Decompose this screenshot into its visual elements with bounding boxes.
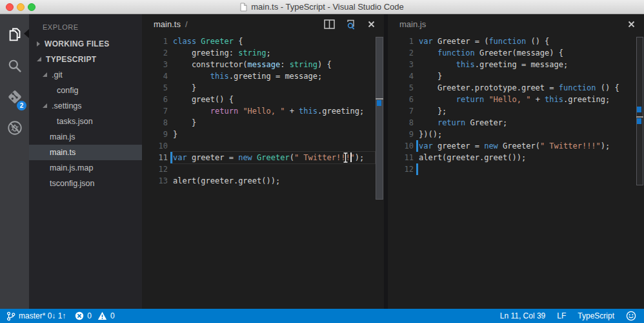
editor-header: main.ts / <box>142 14 384 34</box>
line-number: 11 <box>142 152 168 163</box>
search-icon <box>6 57 23 74</box>
close-window-button[interactable] <box>6 3 14 11</box>
line-number: 5 <box>142 82 168 94</box>
item-label: WORKING FILES <box>45 36 110 52</box>
sidebar-section-typescript[interactable]: TYPESCRIPT <box>29 52 142 67</box>
code-line[interactable]: 12 <box>388 163 644 175</box>
close-editor-button[interactable] <box>628 21 635 28</box>
code-line[interactable]: 12 <box>142 163 384 175</box>
line-number: 8 <box>142 117 168 129</box>
item-label: main.js <box>50 129 75 145</box>
activity-item-debug[interactable] <box>0 112 29 143</box>
code-line[interactable]: 3 this.greeting = message; <box>388 59 644 70</box>
line-number: 12 <box>142 163 168 175</box>
line-number: 2 <box>388 47 414 59</box>
item-label: tasks.json <box>57 114 93 129</box>
code-line[interactable]: 6 greet() { <box>142 94 384 105</box>
editor-title[interactable]: main.js <box>399 19 426 29</box>
code-editor[interactable]: 1class Greeter {2 greeting: string;3 con… <box>142 34 384 187</box>
window-title: main.ts - TypeScript - Visual Studio Cod… <box>251 2 404 12</box>
code-line[interactable]: 9} <box>142 129 384 140</box>
code-line[interactable]: 2 function Greeter(message) { <box>388 47 644 59</box>
item-label: main.js.map <box>50 160 93 176</box>
eol-indicator[interactable]: LF <box>557 311 566 320</box>
zoom-window-button[interactable] <box>28 3 35 11</box>
sidebar-item-settings[interactable]: .settings <box>29 98 142 114</box>
editor-pane-main-js: main.js 1var Greeter = (function () {2 f… <box>388 14 644 309</box>
activity-item-search[interactable] <box>0 50 29 81</box>
problems-status[interactable]: 0 0 <box>75 311 117 320</box>
code-line[interactable]: 13alert(greeter.greet()); <box>142 175 384 187</box>
line-number: 10 <box>388 140 414 152</box>
language-mode[interactable]: TypeScript <box>578 311 614 320</box>
split-editor-button[interactable] <box>324 19 335 29</box>
line-number: 12 <box>388 163 414 175</box>
code-line[interactable]: 3 constructor(message: string) { <box>142 59 384 70</box>
chevron-expanded-icon <box>37 57 41 61</box>
line-number: 13 <box>142 175 168 187</box>
cursor-position[interactable]: Ln 11, Col 39 <box>500 311 546 320</box>
code-line[interactable]: 6 return "Hello, " + this.greeting; <box>388 94 644 105</box>
titlebar: main.ts - TypeScript - Visual Studio Cod… <box>0 0 644 14</box>
code-line[interactable]: 1class Greeter { <box>142 36 384 47</box>
editor-header: main.js <box>388 14 644 34</box>
line-number: 9 <box>388 129 414 140</box>
editor-scrollbar[interactable] <box>376 36 383 309</box>
code-line[interactable]: 4 this.greeting = message; <box>142 70 384 82</box>
line-number: 2 <box>142 47 168 59</box>
line-number: 3 <box>388 59 414 70</box>
item-label: .git <box>52 67 63 83</box>
item-label: main.ts <box>50 145 75 160</box>
branch-label: master* 0↓ 1↑ <box>19 311 66 320</box>
code-line[interactable]: 5 } <box>142 82 384 94</box>
code-line[interactable]: 7 return "Hello, " + this.greeting; <box>142 105 384 117</box>
close-editor-button[interactable] <box>368 21 375 28</box>
feedback-smiley[interactable] <box>626 311 636 321</box>
code-line[interactable]: 10 <box>142 140 384 152</box>
sidebar-item-git[interactable]: .git <box>29 67 142 83</box>
code-line[interactable]: 8 return Greeter; <box>388 117 644 129</box>
sidebar-item-tasks-json[interactable]: tasks.json <box>29 114 142 129</box>
item-label: .settings <box>52 98 82 114</box>
line-number: 11 <box>388 152 414 163</box>
code-line[interactable]: 8 } <box>142 117 384 129</box>
line-number: 4 <box>142 70 168 82</box>
code-line[interactable]: 9})(); <box>388 129 644 140</box>
vscode-window: main.ts - TypeScript - Visual Studio Cod… <box>0 0 644 323</box>
sidebar-item-main-ts[interactable]: main.ts <box>29 145 142 160</box>
code-line[interactable]: 5 Greeter.prototype.greet = function () … <box>388 82 644 94</box>
code-editor[interactable]: 1var Greeter = (function () {2 function … <box>388 34 644 175</box>
code-line[interactable]: 1var Greeter = (function () { <box>388 36 644 47</box>
active-view-wedge <box>24 29 29 38</box>
item-label: TYPESCRIPT <box>46 52 96 67</box>
sidebar-title: EXPLORE <box>29 18 142 36</box>
code-line[interactable]: 11var greeter = new Greeter(" Twitter!!!… <box>142 152 384 163</box>
sidebar-item-main-js[interactable]: main.js <box>29 129 142 145</box>
minimize-window-button[interactable] <box>17 3 25 11</box>
code-line[interactable]: 7 }; <box>388 105 644 117</box>
git-changes-badge: 2 <box>17 101 26 110</box>
line-number: 9 <box>142 129 168 140</box>
split-editor-icon <box>324 19 335 29</box>
editor-title[interactable]: main.ts <box>154 19 181 29</box>
line-number: 4 <box>388 70 414 82</box>
item-label: tsconfig.json <box>50 176 94 191</box>
sidebar-section-working-files[interactable]: WORKING FILES <box>29 36 142 52</box>
sidebar-item-config[interactable]: config <box>29 83 142 98</box>
code-line[interactable]: 10var greeter = new Greeter(" Twitter!!!… <box>388 140 644 152</box>
editor-pane-main-ts: main.ts / <box>142 14 384 309</box>
sidebar-item-tsconfig-json[interactable]: tsconfig.json <box>29 176 142 191</box>
editor-scrollbar[interactable] <box>636 36 643 309</box>
code-line[interactable]: 11alert(greeter.greet()); <box>388 152 644 163</box>
chevron-expanded-icon <box>43 103 47 108</box>
code-line[interactable]: 2 greeting: string; <box>142 47 384 59</box>
git-branch-status[interactable]: master* 0↓ 1↑ <box>6 311 66 321</box>
preview-search-button[interactable] <box>346 19 357 30</box>
line-number: 3 <box>142 59 168 70</box>
code-line[interactable]: 4 } <box>388 70 644 82</box>
activity-item-git[interactable]: 2 <box>0 81 29 112</box>
warnings-icon <box>97 311 107 320</box>
debug-disabled-icon <box>6 120 23 136</box>
sidebar-item-main-js-map[interactable]: main.js.map <box>29 160 142 176</box>
chevron-expanded-icon <box>43 72 47 77</box>
